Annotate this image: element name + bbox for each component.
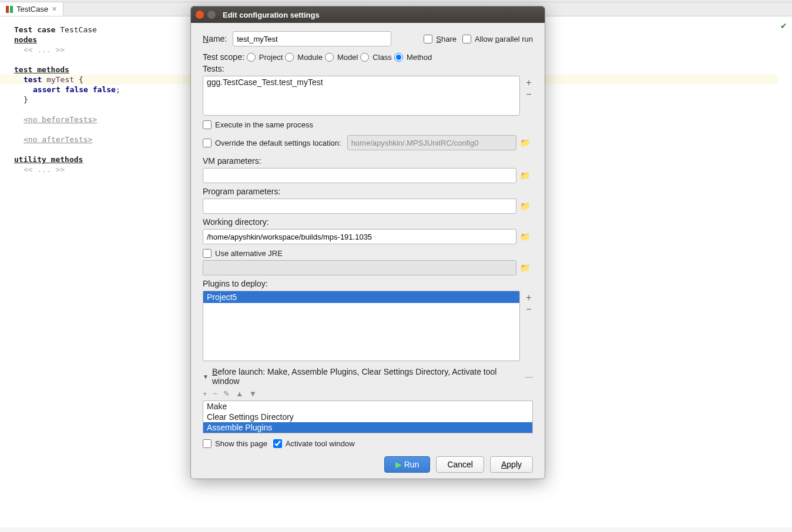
- scope-method[interactable]: Method: [394, 53, 432, 62]
- remove-plugin-icon[interactable]: −: [525, 306, 533, 313]
- task-make[interactable]: Make: [203, 401, 532, 412]
- collapse-side-icon[interactable]: —: [525, 372, 533, 381]
- lit-false2: false: [93, 85, 116, 94]
- wd-input[interactable]: [203, 229, 516, 244]
- remove-test-icon[interactable]: −: [525, 91, 533, 98]
- dialog-titlebar[interactable]: Edit configuration settings: [191, 6, 545, 23]
- task-remove-icon[interactable]: −: [213, 389, 218, 398]
- no-after: <no afterTests>: [24, 135, 92, 144]
- task-clear[interactable]: Clear Settings Directory: [203, 412, 532, 422]
- prog-label: Program parameters:: [203, 187, 533, 196]
- before-toolbar: + − ✎ ▲ ▼: [203, 389, 533, 398]
- kw-assert: assert: [33, 85, 61, 94]
- window-close-icon[interactable]: [196, 11, 204, 19]
- tab-label: TestCase: [16, 5, 48, 14]
- browse-vm-icon[interactable]: 📁: [516, 168, 533, 183]
- window-min-icon[interactable]: [207, 11, 216, 19]
- utility-methods: utility methods: [14, 155, 83, 164]
- no-before: <no beforeTests>: [24, 115, 97, 124]
- override-path-input: [347, 135, 516, 150]
- tests-list[interactable]: ggg.TestCase_Test.test_myTest: [203, 76, 520, 116]
- collapse-icon[interactable]: ▼: [203, 373, 209, 380]
- run-button[interactable]: ▶Run: [384, 456, 431, 473]
- test-methods: test methods: [14, 65, 69, 74]
- ok-check-icon: ✔: [780, 21, 787, 31]
- task-edit-icon[interactable]: ✎: [223, 389, 230, 398]
- scope-class[interactable]: Class: [360, 53, 392, 62]
- tests-label: Tests:: [203, 64, 533, 73]
- browse-prog-icon[interactable]: 📁: [516, 198, 533, 214]
- task-up-icon[interactable]: ▲: [236, 389, 243, 398]
- override-loc-checkbox[interactable]: Override the default settings location:: [203, 139, 341, 147]
- ide-workspace: TestCase ✕ ✔ Test case TestCase nodes <<…: [0, 0, 792, 532]
- task-down-icon[interactable]: ▼: [249, 389, 257, 398]
- scope-model[interactable]: Model: [325, 53, 358, 62]
- apply-button[interactable]: Apply: [490, 456, 533, 473]
- browse-override-icon[interactable]: 📁: [516, 135, 533, 150]
- header-name: TestCase: [60, 25, 97, 34]
- wd-label: Working directory:: [203, 217, 533, 227]
- dialog-body: Name: Share Allow parallel run Test scop…: [191, 23, 545, 479]
- dots2: << ... >>: [24, 165, 65, 174]
- name-input[interactable]: [233, 31, 391, 46]
- activate-tool-checkbox[interactable]: Activate tool window: [273, 439, 355, 448]
- vm-label: VM parameters:: [203, 156, 533, 166]
- show-page-checkbox[interactable]: Show this page: [203, 439, 267, 448]
- plugins-list[interactable]: Project5: [203, 291, 520, 361]
- before-launch-label: Before launch: Make, Assemble Plugins, C…: [212, 367, 518, 386]
- file-icon: [6, 6, 13, 13]
- play-icon: ▶: [395, 460, 402, 469]
- dialog-title: Edit configuration settings: [223, 11, 320, 19]
- scope-module[interactable]: Module: [285, 53, 323, 62]
- share-checkbox[interactable]: Share: [424, 35, 457, 43]
- tests-item[interactable]: ggg.TestCase_Test.test_myTest: [203, 76, 519, 88]
- close-icon[interactable]: ✕: [52, 5, 57, 13]
- task-add-icon[interactable]: +: [203, 389, 207, 398]
- prog-params-input[interactable]: [203, 198, 516, 214]
- edit-config-dialog: Edit configuration settings Name: Share …: [190, 6, 545, 479]
- name-label: Name:: [203, 34, 227, 43]
- test-name: myTest: [46, 75, 74, 84]
- plugins-label: Plugins to deploy:: [203, 279, 533, 288]
- dots1: << ... >>: [24, 45, 65, 54]
- lit-false1: false: [65, 85, 88, 94]
- browse-wd-icon[interactable]: 📁: [516, 229, 533, 244]
- exec-same-checkbox[interactable]: Execute in the same process: [203, 120, 533, 129]
- alt-jre-checkbox[interactable]: Use alternative JRE: [203, 249, 533, 258]
- add-test-icon[interactable]: +: [525, 79, 533, 86]
- nodes-label: nodes: [14, 35, 37, 44]
- header-prefix: Test case: [14, 25, 60, 34]
- task-assemble[interactable]: Assemble Plugins: [203, 422, 532, 433]
- allow-parallel-checkbox[interactable]: Allow parallel run: [462, 35, 533, 43]
- scope-project[interactable]: Project: [247, 53, 283, 62]
- alt-jre-input: [203, 260, 516, 275]
- add-plugin-icon[interactable]: +: [525, 294, 533, 301]
- browse-jre-icon[interactable]: 📁: [516, 260, 533, 275]
- scope-label: Test scope:: [203, 52, 244, 62]
- before-launch-list[interactable]: Make Clear Settings Directory Assemble P…: [203, 400, 533, 433]
- kw-test: test: [24, 75, 42, 84]
- plugins-item[interactable]: Project5: [203, 291, 519, 303]
- vm-params-input[interactable]: [203, 168, 516, 183]
- cancel-button[interactable]: Cancel: [436, 456, 484, 473]
- tab-testcase[interactable]: TestCase ✕: [0, 2, 63, 16]
